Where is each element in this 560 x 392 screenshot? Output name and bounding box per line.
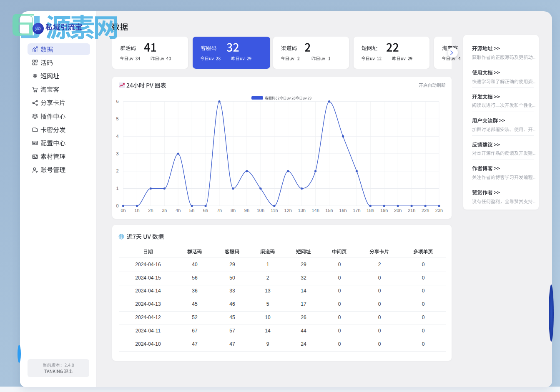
svg-text:1h: 1h	[134, 208, 139, 213]
svg-text:4: 4	[116, 134, 118, 139]
svg-text:6h: 6h	[203, 208, 208, 213]
svg-text:16h: 16h	[339, 208, 347, 213]
svg-text:20h: 20h	[394, 208, 402, 213]
svg-text:18h: 18h	[367, 208, 374, 213]
svg-text:2: 2	[116, 168, 118, 173]
svg-text:4h: 4h	[176, 208, 181, 213]
svg-text:22h: 22h	[422, 208, 429, 213]
svg-text:10h: 10h	[257, 208, 264, 213]
svg-text:11h: 11h	[271, 208, 278, 213]
svg-text:3h: 3h	[162, 208, 167, 213]
svg-text:6: 6	[116, 100, 118, 104]
svg-text:2h: 2h	[148, 208, 153, 213]
svg-text:5h: 5h	[189, 208, 194, 213]
svg-text:7h: 7h	[217, 208, 222, 213]
svg-text:17h: 17h	[353, 208, 360, 213]
svg-text:1: 1	[116, 186, 118, 191]
svg-text:15h: 15h	[325, 208, 333, 213]
svg-text:3: 3	[116, 151, 118, 156]
svg-text:8h: 8h	[231, 208, 236, 213]
svg-text:19h: 19h	[380, 208, 388, 213]
svg-text:13h: 13h	[298, 208, 306, 213]
svg-text:21h: 21h	[408, 208, 415, 213]
svg-text:9h: 9h	[244, 208, 249, 213]
svg-text:23h: 23h	[435, 208, 443, 213]
svg-text:5: 5	[116, 116, 118, 121]
svg-text:12h: 12h	[284, 208, 292, 213]
svg-text:14h: 14h	[311, 208, 319, 213]
svg-text:0: 0	[116, 203, 118, 208]
svg-text:0h: 0h	[121, 208, 126, 213]
